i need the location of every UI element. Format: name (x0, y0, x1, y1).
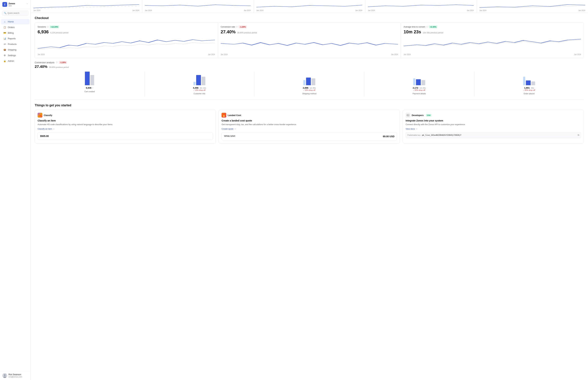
sidebar-item-products[interactable]: 🏷 Products (1, 41, 29, 47)
api-key-row: Publishable key pk_live_243u48239h82hf23… (406, 132, 581, 138)
sidebar-item-orders[interactable]: 📋 Orders (1, 24, 29, 30)
conversion-analysis-prev: 28.60% previous period (49, 66, 69, 68)
brand-info: Zonos 909 (8, 2, 26, 7)
item-name: White tshirt (224, 135, 235, 137)
funnel-order-placed: 1,901 56s ↓ 30% drop off Order placed (474, 72, 584, 97)
shipping-icon: 📦 (3, 48, 6, 51)
sidebar-item-label: Admin (8, 60, 14, 62)
copy-api-key-button[interactable]: ⧉ (578, 134, 579, 136)
user-profile[interactable]: Ron Swanson ron@zonos.com (0, 371, 30, 380)
api-key-value: pk_live_243u48239h82hf239h9jf3920jf (422, 134, 576, 136)
svg-line-5 (407, 115, 407, 115)
conversion-badge: -1.20% (239, 25, 247, 28)
getting-started-cards: 🔺 Classify Classify an item Automate HS … (35, 110, 584, 143)
funnel-label: Payment details (413, 93, 426, 95)
svg-line-4 (407, 115, 407, 115)
top-chart-5: Jan 2024 Jan 2024 (477, 0, 588, 13)
funnel-chart: 6,936 – Cart created 4,456 2m 12s (35, 72, 584, 97)
developers-heading: Integrate Zonos into your system (406, 119, 581, 122)
live-badge: Live (426, 114, 432, 116)
sidebar-item-reports[interactable]: 📊 Reports (1, 36, 29, 41)
sidebar-item-settings[interactable]: ⚙ Settings (1, 53, 29, 58)
search-icon: 🔍 (4, 12, 6, 14)
classify-item-price: $505.00 (40, 135, 210, 137)
conversion-label: Conversion rate (221, 26, 235, 28)
top-chart-1: Jan 2024 Jan 2024 (31, 0, 142, 13)
search-label: Quick search (7, 12, 19, 14)
funnel-payment-details: 2,172 1m 23s ↓ 25% drop off Payment deta… (364, 72, 474, 97)
sidebar-item-home[interactable]: ⌂ Home (1, 19, 29, 24)
arrow-right-icon: → (53, 128, 55, 130)
arrow-right-icon: → (416, 128, 417, 130)
classify-icon: 🔺 (38, 113, 42, 117)
classify-card: 🔺 Classify Classify an item Automate HS … (35, 110, 216, 143)
funnel-count: 2,896 (303, 87, 308, 89)
sidebar-nav: ⌂ Home 📋 Orders 💳 Billing 📊 Reports 🏷 Pr… (0, 17, 30, 371)
top-chart-4: Jan 2024 Jan 2024 (365, 0, 476, 13)
funnel-label: Cart created (84, 91, 95, 93)
funnel-count: 1,901 (524, 87, 530, 89)
sidebar-item-admin[interactable]: 🔒 Admin (1, 58, 29, 64)
billing-icon: 💳 (3, 32, 6, 34)
funnel-count: 6,936 (86, 87, 92, 89)
reports-icon: 📊 (3, 37, 6, 40)
main-content: Jan 2024 Jan 2024 Jan 2024 Jan 2024 (31, 0, 588, 380)
avatar (2, 373, 7, 378)
conversion-analysis-info-icon: ⓘ (56, 61, 57, 64)
classify-icon-label: Classify (44, 114, 52, 116)
item-price: 69.00 USD (383, 135, 394, 138)
chevron-down-icon[interactable]: ⌃ (26, 3, 28, 6)
sessions-value: 6,936 (38, 29, 49, 34)
conversion-analysis: Conversion analysis ⓘ -1.20% 27.40% 28.6… (35, 58, 584, 99)
sidebar-item-label: Shipping (8, 48, 17, 51)
bar-main (85, 72, 90, 85)
avg-time-chart (404, 37, 581, 54)
sidebar-item-shipping[interactable]: 📦 Shipping (1, 47, 29, 52)
sessions-info-icon: ⓘ (47, 26, 49, 28)
developers-card: Developers Live Integrate Zonos into you… (403, 110, 584, 143)
conversion-analysis-badge: -1.20% (59, 61, 67, 64)
avg-time-value: 10m 23s (404, 29, 421, 34)
search-area: 🔍 Quick search (0, 9, 30, 17)
content-area: Checkout Sessions ⓘ +12.24% 6,936 6,124 … (31, 13, 588, 154)
user-name: Ron Swanson (8, 373, 22, 376)
home-icon: ⌂ (3, 20, 6, 23)
landed-cost-icon: 🔥 (222, 113, 226, 117)
classify-demo-item: $505.00 (38, 132, 213, 140)
conversion-analysis-title: Conversion analysis (35, 61, 55, 64)
conversion-chart (221, 37, 398, 54)
stat-sessions: Sessions ⓘ +12.24% 6,936 6,124 previous … (35, 23, 218, 58)
sparkline-1 (33, 2, 139, 9)
stat-avg-time: Average time to convert ⓘ +2.43% 10m 23s… (401, 23, 584, 58)
developers-icon (406, 113, 410, 117)
brand-name: Zonos (8, 2, 26, 5)
app-logo: Z (2, 2, 7, 7)
stat-conversion: Conversion rate ⓘ -1.20% 27.40% 28.60% p… (218, 23, 401, 58)
api-key-label: Publishable key (407, 134, 421, 136)
create-quote-link[interactable]: Create quote → (222, 128, 397, 130)
avg-time-info-icon: ⓘ (426, 26, 428, 28)
funnel-count: 4,456 (193, 87, 199, 89)
landed-cost-desc: Get transparent duty, tax, and fee calcu… (222, 123, 397, 126)
quick-search-button[interactable]: 🔍 Quick search (2, 11, 28, 16)
admin-icon: 🔒 (3, 59, 6, 62)
checkout-title: Checkout (35, 13, 584, 23)
landed-cost-card: 🔥 Landed Cost Create a landed cost quote… (219, 110, 400, 143)
funnel-label: Customer info (194, 93, 205, 95)
funnel-shipping-method: 2,896 1m 45s ↓ 19% drop off Shipping met… (255, 72, 364, 97)
sessions-prev: 6,124 previous period (50, 32, 68, 34)
classify-desc: Automate HS code classifications by usin… (38, 123, 213, 126)
sidebar: Z Zonos 909 ⌃ 🔍 Quick search ⌂ Home 📋 Or… (0, 0, 31, 380)
top-chart-3: Jan 2024 Jan 2024 (254, 0, 365, 13)
view-docs-link[interactable]: View docs → (406, 128, 581, 130)
products-icon: 🏷 (3, 43, 6, 45)
conversion-analysis-value: 27.40% (35, 64, 47, 69)
arrow-right-icon: → (234, 128, 236, 130)
classify-link[interactable]: Classify an item → (38, 128, 213, 130)
conversion-value: 27.40% (221, 29, 236, 34)
sidebar-item-label: Settings (8, 54, 16, 57)
funnel-label: Shipping method (302, 93, 317, 95)
sidebar-item-billing[interactable]: 💳 Billing (1, 30, 29, 36)
funnel-customer-info: 4,456 2m 12s ↓ 13% drop off Customer inf… (145, 72, 255, 97)
sidebar-item-label: Reports (8, 37, 16, 40)
